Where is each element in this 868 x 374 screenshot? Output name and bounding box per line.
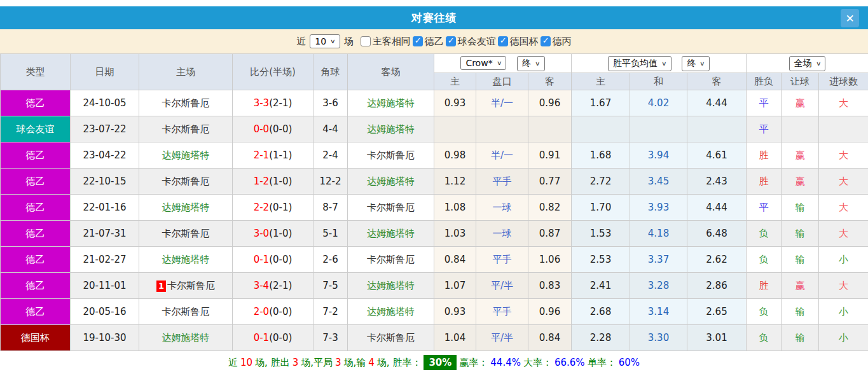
close-button[interactable]: ✕ [841,9,859,27]
cell-competition: 德乙 [1,221,71,247]
col-header-score: 比分(半场) [233,54,313,90]
big-rate-value: 66.6% [555,357,585,368]
cell-corners: 8-7 [313,195,348,221]
summary-losses: 4 [368,357,375,368]
bookmaker-select[interactable]: Crow* ∨ [460,56,506,70]
cell-date: 20-05-16 [71,299,139,325]
big-rate-label: 大率： [523,357,552,369]
scope-select-value: 全场 [794,58,812,69]
cell-avg-away-odds: 4.44 [687,195,747,221]
chevron-down-icon: ∨ [816,60,822,67]
cell-crow-away-odds: 0.91 [528,142,572,169]
recent-count-select[interactable]: 10 ∨ [310,34,340,48]
league-checkbox-1[interactable] [446,36,456,46]
scope-select[interactable]: 全场 ∨ [789,56,826,71]
match-rows: 德乙24-10-05卡尔斯鲁厄3-3(2-1)3-6达姆施塔特0.93半/一0.… [1,90,868,351]
cell-home-team: 卡尔斯鲁厄 [139,116,233,142]
cell-avg-draw-odds: 4.02 [630,90,687,116]
cell-handicap-result: 输 [782,299,819,325]
cell-handicap-result: 输 [782,325,819,351]
cell-avg-home-odds [572,116,630,142]
avg-stage-select[interactable]: 终 ∨ [682,56,710,71]
odds-win-value: 44.4% [490,357,521,368]
chevron-down-icon: ∨ [535,60,541,67]
col-header-home: 主场 [139,54,233,90]
cell-score: 2-2(0-1) [233,195,313,221]
summary-rate-label: 场, 胜率： [377,357,422,369]
league-label-1: 球会友谊 [458,36,496,48]
cell-crow-home-odds [434,116,476,142]
cell-competition: 德乙 [1,247,71,273]
cell-handicap-result: 输 [782,221,819,247]
cell-goals-result: 大 [819,90,868,116]
same-side-label: 主客相同 [373,36,411,48]
cell-handicap [476,116,528,142]
cell-home-team: 达姆施塔特 [139,142,233,169]
sub-header-goals: 进球数 [819,73,868,90]
sub-header-avg-away: 客 [687,73,747,90]
cell-away-team: 达姆施塔特 [348,116,434,142]
cell-goals-result: 大 [819,169,868,195]
top-strip [0,0,868,6]
cell-score: 0-0(0-0) [233,116,313,142]
cell-crow-home-odds: 1.04 [434,325,476,351]
cell-crow-home-odds: 1.12 [434,169,476,195]
same-side-checkbox[interactable] [361,36,371,46]
cell-goals-result: 小 [819,299,868,325]
cell-away-team: 卡尔斯鲁厄 [348,195,434,221]
cell-date: 21-02-27 [71,247,139,273]
cell-away-team: 达姆施塔特 [348,169,434,195]
avg-select[interactable]: 胜平负均值 ∨ [608,56,672,71]
cell-avg-away-odds: 2.62 [687,247,747,273]
bookmaker-select-value: Crow* [465,58,492,68]
cell-result: 平 [747,116,782,142]
cell-result: 负 [747,247,782,273]
sub-header-avg-home: 主 [572,73,630,90]
cell-avg-home-odds: 2.41 [572,273,630,299]
cell-goals-result: 小 [819,325,868,351]
cell-avg-away-odds: 2.86 [687,273,747,299]
cell-away-team: 卡尔斯鲁厄 [348,325,434,351]
match-row: 球会友谊23-07-22卡尔斯鲁厄0-0(0-0)4-4达姆施塔特平 [1,116,868,142]
cell-crow-away-odds: 0.87 [528,221,572,247]
cell-result: 负 [747,325,782,351]
league-checkbox-3[interactable] [541,36,551,46]
cell-avg-away-odds: 2.43 [687,169,747,195]
avg-group-header: 胜平负均值 ∨ 终 ∨ [572,54,747,73]
recent-label: 近 [296,36,306,48]
cell-competition: 德乙 [1,90,71,116]
cell-crow-home-odds: 1.08 [434,195,476,221]
match-row: 德乙20-05-16卡尔斯鲁厄2-0(0-0)7-2达姆施塔特0.93平手0.9… [1,299,868,325]
cell-away-team: 达姆施塔特 [348,221,434,247]
cell-competition: 德国杯 [1,325,71,351]
cell-avg-away-odds: 6.48 [687,221,747,247]
cell-handicap: 平手 [476,169,528,195]
cell-competition: 德乙 [1,299,71,325]
league-label-2: 德国杯 [510,36,539,48]
cell-date: 22-10-15 [71,169,139,195]
cell-handicap-result: 输 [782,247,819,273]
cell-avg-draw-odds: 3.14 [630,299,687,325]
summary-wins-label: 场, 胜出 [255,357,290,369]
cell-avg-home-odds: 2.28 [572,325,630,351]
col-header-away: 客场 [348,54,434,90]
cell-crow-away-odds: 0.96 [528,90,572,116]
league-checkbox-2[interactable] [498,36,508,46]
close-icon: ✕ [845,12,854,25]
cell-competition: 德乙 [1,169,71,195]
cell-score: 1-2(1-0) [233,169,313,195]
league-checkbox-0[interactable] [413,36,423,46]
bookmaker-stage-select[interactable]: 终 ∨ [517,56,545,71]
cell-crow-away-odds [528,116,572,142]
cell-date: 21-07-31 [71,221,139,247]
cell-date: 23-07-22 [71,116,139,142]
matches-label: 场 [344,36,354,48]
summary-draws: 3 [335,357,341,368]
cell-corners: 2-4 [313,142,348,169]
cell-goals-result: 大 [819,142,868,169]
cell-crow-home-odds: 0.84 [434,247,476,273]
cell-handicap: 一球 [476,195,528,221]
cell-crow-away-odds: 0.84 [528,325,572,351]
cell-handicap-result: 赢 [782,142,819,169]
cell-avg-draw-odds: 3.45 [630,169,687,195]
